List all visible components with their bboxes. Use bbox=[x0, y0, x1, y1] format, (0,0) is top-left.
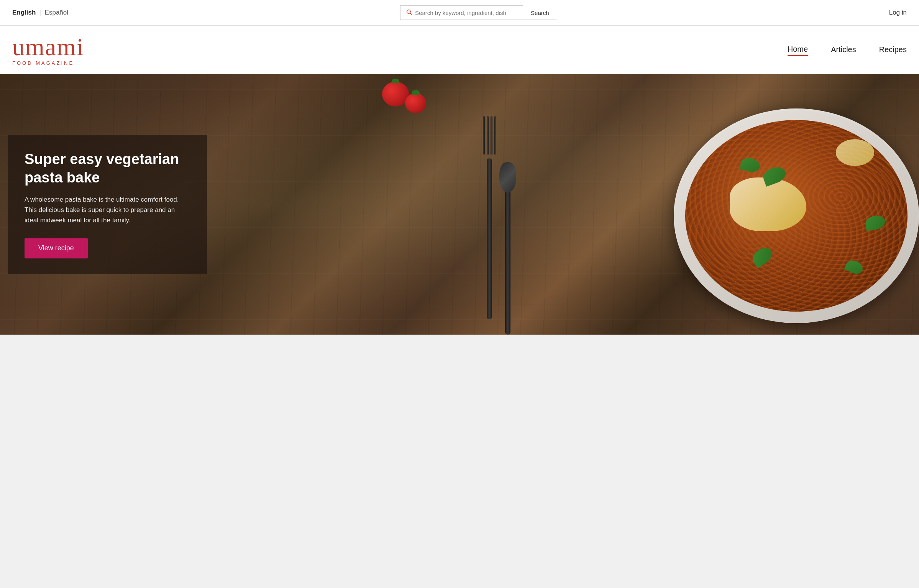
hero-section: Super easy vegetarian pasta bake A whole… bbox=[0, 74, 919, 335]
tine-1 bbox=[483, 116, 485, 154]
lang-english[interactable]: English bbox=[12, 9, 36, 16]
tomato-2 bbox=[405, 93, 426, 113]
language-switcher: English | Español bbox=[12, 9, 68, 16]
view-recipe-button[interactable]: View recipe bbox=[25, 238, 88, 258]
tine-4 bbox=[494, 116, 496, 154]
site-logo-subtitle: FOOD MAGAZINE bbox=[12, 60, 74, 66]
spoon-handle bbox=[505, 181, 510, 335]
hero-description: A wholesome pasta bake is the ultimate c… bbox=[25, 194, 190, 226]
cheese-blob-2 bbox=[836, 139, 874, 166]
cutlery-area bbox=[459, 74, 536, 335]
dish-oval bbox=[674, 108, 919, 323]
search-icon bbox=[406, 9, 412, 16]
svg-point-0 bbox=[407, 10, 410, 13]
nav-item-recipes[interactable]: Recipes bbox=[879, 45, 907, 56]
site-logo-text[interactable]: umami bbox=[12, 35, 84, 59]
top-utility-bar: English | Español Search Log in bbox=[0, 0, 919, 26]
main-navigation: Home Articles Recipes bbox=[788, 45, 907, 56]
nav-item-articles[interactable]: Articles bbox=[831, 45, 856, 56]
search-area: Search bbox=[400, 5, 557, 20]
hero-content: Super easy vegetarian pasta bake A whole… bbox=[8, 135, 207, 274]
login-link[interactable]: Log in bbox=[889, 9, 907, 16]
spoon-shape bbox=[505, 151, 510, 335]
logo-area: umami FOOD MAGAZINE bbox=[12, 35, 84, 66]
fork-handle bbox=[487, 158, 492, 319]
tine-2 bbox=[487, 116, 489, 154]
pasta-dish bbox=[651, 97, 919, 335]
spoon-bowl bbox=[499, 162, 516, 193]
fork-tines bbox=[482, 116, 497, 154]
pasta-fill bbox=[685, 120, 908, 312]
svg-line-1 bbox=[410, 13, 411, 14]
main-header: umami FOOD MAGAZINE Home Articles Recipe… bbox=[0, 26, 919, 74]
hero-title: Super easy vegetarian pasta bake bbox=[25, 150, 190, 187]
fork-shape bbox=[485, 112, 494, 335]
search-input[interactable] bbox=[415, 10, 517, 16]
search-input-wrapper bbox=[400, 5, 523, 20]
tine-3 bbox=[491, 116, 492, 154]
search-button[interactable]: Search bbox=[523, 6, 557, 20]
tomatoes-decoration bbox=[386, 82, 426, 113]
lang-espanol[interactable]: Español bbox=[45, 9, 68, 16]
nav-item-home[interactable]: Home bbox=[788, 45, 808, 56]
